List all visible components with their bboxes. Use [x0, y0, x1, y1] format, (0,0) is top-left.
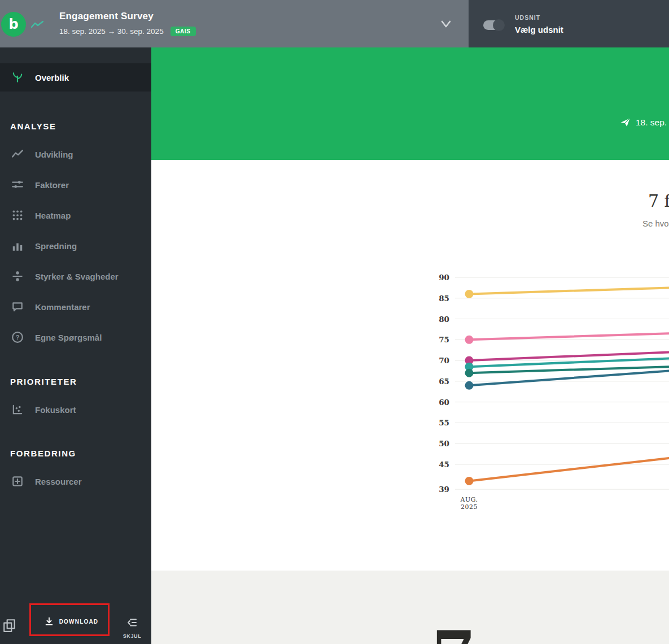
next-section-partial-text: 7	[432, 623, 476, 644]
sidebar-item-fokuskort[interactable]: Fokuskort	[0, 394, 151, 425]
banner-sent-date: 18. sep.	[620, 117, 667, 128]
sidebar-item-overblik[interactable]: Overblik	[0, 63, 151, 92]
download-icon	[44, 616, 54, 626]
sidebar-section-prioriteter: PRIORITETER	[0, 373, 151, 390]
download-button[interactable]: DOWNLOAD	[31, 606, 111, 637]
download-button-label: DOWNLOAD	[59, 619, 99, 625]
chart-series-line-factor-yellow	[469, 288, 669, 294]
sidebar-section-forbedring: FORBEDRING	[0, 445, 151, 462]
sidebar-item-styrker-svagheder[interactable]: Styrker & Svagheder	[0, 261, 151, 291]
sidebar-item-spredning[interactable]: Spredning	[0, 230, 151, 261]
chart-y-tick-label: 65	[439, 377, 449, 386]
svg-text:?: ?	[16, 334, 20, 341]
question-icon: ?	[11, 331, 24, 343]
app-logo-glyph: b	[8, 16, 18, 32]
chart-x-tick-label: 2025	[461, 503, 478, 511]
hide-sidebar-button[interactable]: SKJUL	[120, 617, 145, 639]
focus-icon	[11, 403, 24, 416]
overview-icon	[11, 71, 24, 84]
segment-toggle-knob	[493, 19, 505, 31]
sidebar: Overblik ANALYSE Udvikling Faktorer	[0, 47, 151, 644]
sliders-icon	[11, 179, 24, 191]
top-bar: b Engagement Survey 18. sep. 2025 → 30. …	[0, 0, 669, 47]
sidebar-item-ressourcer[interactable]: Ressourcer	[0, 466, 151, 497]
sidebar-item-label: Heatmap	[35, 211, 71, 220]
sidebar-item-label: Overblik	[35, 73, 69, 82]
trend-icon	[11, 148, 24, 160]
factors-heading: 7 fa	[648, 191, 669, 211]
segment-toggle[interactable]	[483, 20, 504, 30]
factors-card: 7 fa Se hvo 9085807570656055504539AUG.20…	[151, 160, 669, 571]
trend-mini-icon	[31, 20, 43, 29]
chart-y-tick-label: 85	[439, 294, 449, 303]
next-section: 7	[151, 571, 669, 644]
chevron-down-icon[interactable]	[438, 19, 454, 29]
chart-x-tick-label: AUG.	[460, 496, 478, 503]
segment-picker[interactable]: UDSNIT Vælg udsnit	[515, 14, 563, 34]
segment-value: Vælg udsnit	[515, 25, 563, 34]
chart-series-point-factor-dark-green[interactable]	[465, 369, 474, 377]
chart-y-tick-label: 55	[439, 418, 449, 427]
survey-dates-row: 18. sep. 2025 → 30. sep. 2025 GAIS	[59, 27, 196, 36]
chart-y-tick-label: 60	[439, 398, 449, 407]
divide-icon	[11, 270, 24, 282]
copy-icon[interactable]	[2, 618, 17, 633]
chart-series-point-factor-orange[interactable]	[465, 477, 474, 485]
heatmap-icon	[11, 209, 24, 221]
banner-sent-date-text: 18. sep.	[636, 118, 667, 128]
sidebar-item-label: Faktorer	[35, 180, 69, 190]
sidebar-item-kommentarer[interactable]: Kommentarer	[0, 291, 151, 322]
sidebar-item-heatmap[interactable]: Heatmap	[0, 200, 151, 230]
collapse-icon	[126, 617, 138, 628]
survey-badge: GAIS	[170, 27, 196, 36]
sidebar-item-label: Styrker & Svagheder	[35, 272, 119, 281]
chart-series-point-factor-yellow[interactable]	[465, 290, 474, 298]
survey-date-range: 18. sep. 2025 → 30. sep. 2025	[59, 27, 164, 36]
segment-label: UDSNIT	[515, 14, 563, 21]
sidebar-item-udvikling[interactable]: Udvikling	[0, 139, 151, 169]
resources-icon	[11, 475, 24, 488]
sidebar-item-label: Kommentarer	[35, 302, 90, 312]
factors-chart: 9085807570656055504539AUG.2025	[435, 266, 669, 514]
bars-icon	[11, 240, 24, 252]
survey-title: Engagement Survey	[59, 11, 196, 22]
sidebar-item-faktorer[interactable]: Faktorer	[0, 169, 151, 200]
sidebar-item-label: Fokuskort	[35, 405, 76, 415]
sidebar-item-egne-spoergsmaal[interactable]: ? Egne Spørgsmål	[0, 322, 151, 353]
chart-series-line-factor-orange	[469, 458, 669, 481]
app-logo[interactable]: b	[1, 12, 26, 37]
send-icon	[620, 117, 631, 128]
chart-y-tick-label: 39	[439, 485, 449, 494]
chart-y-tick-label: 50	[439, 439, 449, 448]
hide-sidebar-label: SKJUL	[120, 633, 145, 639]
chart-y-tick-label: 80	[439, 315, 449, 324]
survey-header: Engagement Survey 18. sep. 2025 → 30. se…	[59, 11, 196, 36]
sidebar-item-label: Udvikling	[35, 150, 73, 159]
factors-chart-svg: 9085807570656055504539AUG.2025	[435, 266, 669, 514]
chart-y-tick-label: 90	[439, 273, 449, 282]
chart-series-line-factor-pink	[469, 333, 669, 340]
chart-y-tick-label: 45	[439, 460, 449, 469]
sidebar-item-label: Egne Spørgsmål	[35, 333, 102, 342]
app-screen: b Engagement Survey 18. sep. 2025 → 30. …	[0, 0, 669, 644]
factors-subheading: Se hvo	[642, 219, 669, 228]
sidebar-item-label: Spredning	[35, 241, 77, 251]
chart-series-point-factor-pink[interactable]	[465, 336, 474, 344]
survey-banner: 18. sep.	[151, 47, 669, 160]
comments-icon	[11, 301, 24, 313]
sidebar-item-label: Ressourcer	[35, 477, 82, 486]
chart-series-point-factor-steel-blue[interactable]	[465, 381, 474, 390]
sidebar-section-analyse: ANALYSE	[0, 118, 151, 134]
chart-y-tick-label: 70	[439, 356, 449, 365]
chart-y-tick-label: 75	[439, 335, 449, 344]
